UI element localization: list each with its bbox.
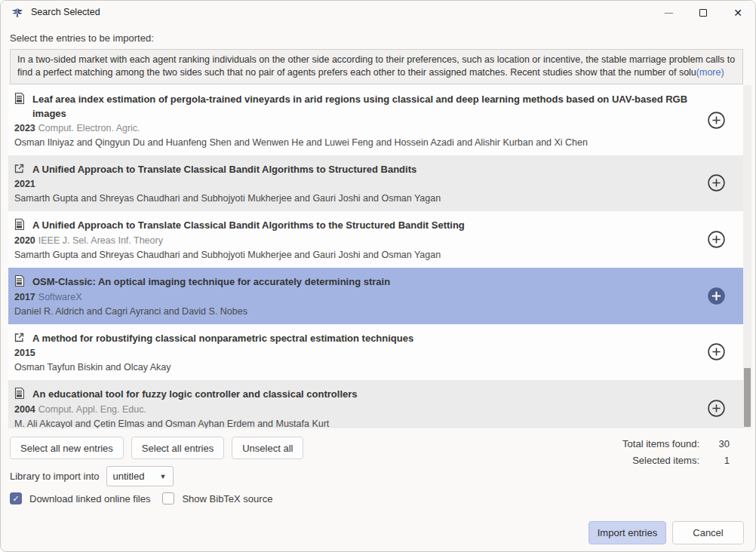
instruction-label: Select the entries to be imported: bbox=[10, 32, 154, 44]
show-bibtex-source-label[interactable]: Show BibTeX source bbox=[182, 493, 272, 504]
total-items-value: 30 bbox=[707, 436, 730, 452]
entry-journal: SoftwareX bbox=[38, 292, 82, 302]
library-picker-label: Library to import into bbox=[10, 471, 100, 482]
entry-row[interactable]: A Unified Approach to Translate Classica… bbox=[8, 155, 743, 211]
entry-row[interactable]: An educational tool for fuzzy logic cont… bbox=[8, 380, 743, 428]
check-icon: ✓ bbox=[12, 495, 19, 503]
entry-row[interactable]: Leaf area index estimation of pergola-tr… bbox=[8, 85, 743, 155]
entry-meta: 2021 bbox=[14, 178, 690, 191]
jabref-logo-icon bbox=[11, 6, 24, 20]
entry-row[interactable]: A Unified Approach to Translate Classica… bbox=[8, 211, 743, 268]
search-selected-dialog: Search Selected ✕ Select the entries to … bbox=[0, 0, 756, 552]
library-dropdown-value: untitled bbox=[113, 471, 145, 482]
title-bar: Search Selected ✕ bbox=[1, 1, 755, 25]
close-button[interactable]: ✕ bbox=[721, 1, 755, 25]
file-icon bbox=[14, 218, 32, 233]
selection-actions: Select all new entries Select all entrie… bbox=[10, 437, 303, 459]
add-plus-icon bbox=[706, 398, 727, 419]
entry-title: An educational tool for fuzzy logic cont… bbox=[32, 387, 358, 401]
show-bibtex-source-checkbox[interactable]: ✓ bbox=[162, 492, 174, 504]
more-link[interactable]: (more) bbox=[696, 67, 724, 78]
add-plus-icon bbox=[706, 173, 727, 193]
entry-row[interactable]: OSM-Classic: An optical imaging techniqu… bbox=[8, 268, 743, 324]
add-entry-button[interactable] bbox=[705, 398, 727, 419]
selected-items-value: 1 bbox=[707, 452, 730, 469]
entry-authors: M. Ali Akcayol and Çetin Elmas and Osman… bbox=[14, 418, 690, 428]
list-scrollbar-track[interactable] bbox=[743, 85, 751, 428]
entry-journal: Comput. Appl. Eng. Educ. bbox=[38, 404, 146, 415]
entry-journal: Comput. Electron. Agric. bbox=[38, 123, 140, 133]
entry-year: 2017 bbox=[14, 292, 35, 302]
entry-title: A Unified Approach to Translate Classica… bbox=[32, 162, 416, 176]
entry-authors: Osman Ilniyaz and Qingyun Du and Huanfen… bbox=[14, 136, 690, 149]
download-linked-files-label[interactable]: Download linked online files bbox=[29, 493, 150, 504]
entry-authors: Samarth Gupta and Shreyas Chaudhari and … bbox=[14, 249, 690, 262]
chevron-down-icon: ▼ bbox=[160, 473, 167, 480]
entry-title: OSM-Classic: An optical imaging techniqu… bbox=[32, 274, 390, 289]
add-entry-button[interactable] bbox=[705, 173, 727, 194]
entry-meta: 2023Comput. Electron. Agric. bbox=[14, 122, 690, 135]
minimize-button[interactable] bbox=[651, 1, 686, 25]
external-link-icon bbox=[14, 162, 32, 176]
entry-meta: 2015 bbox=[14, 347, 690, 360]
entry-title: Leaf area index estimation of pergola-tr… bbox=[32, 92, 690, 121]
abstract-preview: In a two-sided market with each agent ra… bbox=[10, 49, 743, 84]
file-icon bbox=[14, 274, 32, 290]
external-link-icon bbox=[14, 331, 32, 345]
entry-journal: IEEE J. Sel. Areas Inf. Theory bbox=[38, 235, 163, 246]
add-entry-button[interactable] bbox=[705, 286, 727, 307]
add-plus-icon bbox=[706, 229, 727, 250]
download-linked-files-checkbox[interactable]: ✓ bbox=[10, 492, 22, 504]
entry-year: 2004 bbox=[14, 404, 35, 415]
library-dropdown[interactable]: untitled ▼ bbox=[106, 466, 174, 486]
add-entry-button[interactable] bbox=[705, 342, 727, 363]
entry-title: A method for robustifying classical nonp… bbox=[32, 331, 413, 345]
entry-meta: 2004Comput. Appl. Eng. Educ. bbox=[14, 403, 690, 416]
entry-meta: 2017SoftwareX bbox=[14, 291, 690, 304]
cancel-button[interactable]: Cancel bbox=[672, 521, 744, 544]
unselect-all-button[interactable]: Unselect all bbox=[232, 437, 303, 459]
maximize-button[interactable] bbox=[686, 1, 721, 25]
import-stats: Total items found: 30 Selected items: 1 bbox=[622, 436, 730, 469]
file-icon bbox=[14, 387, 32, 402]
add-plus-icon bbox=[706, 286, 727, 306]
entry-year: 2015 bbox=[14, 348, 35, 358]
file-icon bbox=[14, 92, 32, 107]
library-picker-row: Library to import into untitled ▼ bbox=[10, 466, 174, 486]
select-all-entries-button[interactable]: Select all entries bbox=[131, 437, 224, 459]
import-entries-button[interactable]: Import entries bbox=[589, 521, 666, 544]
entry-year: 2021 bbox=[14, 179, 35, 189]
entry-year: 2020 bbox=[14, 235, 35, 246]
maximize-icon bbox=[699, 9, 707, 17]
window-title: Search Selected bbox=[31, 7, 100, 17]
abstract-text: In a two-sided market with each agent ra… bbox=[17, 54, 735, 78]
add-plus-icon bbox=[706, 342, 727, 362]
selected-items-label: Selected items: bbox=[632, 452, 699, 469]
entry-title: A Unified Approach to Translate Classica… bbox=[32, 218, 465, 232]
entry-meta: 2020IEEE J. Sel. Areas Inf. Theory bbox=[14, 235, 690, 247]
options-row: ✓ Download linked online files ✓ Show Bi… bbox=[10, 492, 284, 504]
add-entry-button[interactable] bbox=[705, 229, 727, 250]
entry-list: Leaf area index estimation of pergola-tr… bbox=[8, 85, 743, 428]
entry-authors: Osman Tayfun Biskin and Olcay Akay bbox=[14, 361, 690, 374]
entry-authors: Samarth Gupta and Shreyas Chaudhari and … bbox=[14, 192, 690, 205]
total-items-label: Total items found: bbox=[622, 436, 699, 452]
entry-year: 2023 bbox=[14, 123, 35, 133]
entry-authors: Daniel R. Aldrich and Cagri Ayranci and … bbox=[14, 305, 690, 318]
select-all-new-entries-button[interactable]: Select all new entries bbox=[10, 437, 124, 459]
minimize-icon bbox=[665, 13, 673, 14]
add-entry-button[interactable] bbox=[705, 110, 727, 131]
add-plus-icon bbox=[706, 110, 727, 130]
close-icon: ✕ bbox=[733, 8, 742, 18]
entry-row[interactable]: A method for robustifying classical nonp… bbox=[8, 324, 743, 380]
list-scrollbar-thumb[interactable] bbox=[744, 368, 751, 427]
